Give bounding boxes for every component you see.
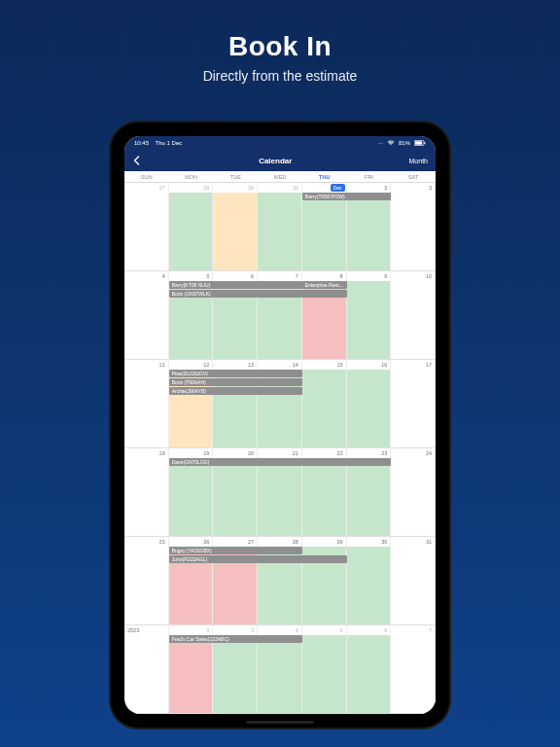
day-cell[interactable]: 25 <box>124 537 169 624</box>
day-background <box>347 370 391 447</box>
day-cell[interactable]: 15 <box>302 360 347 447</box>
date-number: 26 <box>203 539 209 545</box>
day-cell[interactable]: 5 <box>302 625 347 713</box>
weekday-cell: SUN <box>124 171 169 182</box>
statusbar-right: ··· 81% <box>378 140 426 147</box>
date-number: 14 <box>293 362 298 368</box>
day-background <box>347 547 391 624</box>
event-bar[interactable]: Pete(DU10UGV) <box>169 370 302 377</box>
day-cell[interactable]: 2023 <box>124 625 169 713</box>
device-frame: 10:45 Thu 1 Dec ··· 81% Calendar Mo <box>111 123 449 728</box>
day-cell[interactable]: 30 <box>347 537 392 624</box>
date-number: 15 <box>336 362 342 368</box>
date-number: 11 <box>159 362 165 368</box>
date-number: 13 <box>248 362 254 368</box>
date-number: 2 <box>384 185 387 191</box>
date-number: 8 <box>340 273 343 279</box>
day-background <box>347 281 391 359</box>
day-cell[interactable]: 4 <box>124 271 169 359</box>
day-cell[interactable]: 27 <box>124 183 169 270</box>
date-number: 4 <box>162 273 165 279</box>
hero-subtitle: Directly from the estimate <box>0 68 560 84</box>
day-background <box>124 193 168 270</box>
date-number: 7 <box>296 273 298 279</box>
navbar-title: Calendar <box>259 157 292 165</box>
svg-rect-1 <box>415 141 422 144</box>
date-number: 6 <box>251 273 254 279</box>
screen: 10:45 Thu 1 Dec ··· 81% Calendar Mo <box>124 136 436 714</box>
day-cell[interactable]: 31 <box>391 537 436 624</box>
date-number: 6 <box>384 627 387 633</box>
date-number: 21 <box>293 450 298 456</box>
weekday-cell: SAT <box>391 171 436 182</box>
back-button[interactable] <box>132 156 142 165</box>
event-bar[interactable]: Archie(J90AYB) <box>169 387 302 395</box>
calendar-body[interactable]: 27282930Dec23Barry(TN50 POW)45678910Barr… <box>124 183 436 714</box>
date-number: 31 <box>426 539 432 545</box>
day-background <box>258 193 301 270</box>
event-bar[interactable]: Dave(GN70LGG) <box>169 458 392 466</box>
weekday-header: SUNMONTUEWEDTHUFRISAT <box>124 171 436 183</box>
event-bar[interactable]: Bugsy (YA02GBX) <box>169 547 302 554</box>
day-cell[interactable]: 10 <box>391 271 436 359</box>
day-cell[interactable]: 18 <box>124 448 169 536</box>
date-number: 2 <box>206 627 209 633</box>
date-number: 30 <box>293 185 298 191</box>
year-label: 2023 <box>127 627 139 633</box>
ios-statusbar: 10:45 Thu 1 Dec ··· 81% <box>124 136 436 150</box>
date-number: 3 <box>429 185 432 191</box>
day-background <box>124 635 168 713</box>
wifi-icon <box>387 140 395 147</box>
weekday-cell: FRI <box>347 171 392 182</box>
event-bar[interactable]: Fred's Car Sales(123ABC) <box>169 635 302 643</box>
day-background <box>124 458 168 536</box>
day-cell[interactable]: 24 <box>391 448 436 536</box>
date-number: 5 <box>206 273 209 279</box>
date-number: 28 <box>203 185 209 191</box>
day-cell[interactable]: 11 <box>124 360 169 447</box>
day-background <box>258 458 301 536</box>
day-cell[interactable]: 3 <box>391 183 436 270</box>
weekday-cell: TUE <box>213 171 258 182</box>
day-background <box>213 458 257 536</box>
day-background <box>124 281 168 359</box>
day-cell[interactable]: 30 <box>258 183 302 270</box>
date-number: 5 <box>340 627 343 633</box>
date-number: 25 <box>159 539 165 545</box>
day-cell[interactable]: 9 <box>347 271 392 359</box>
day-background <box>169 458 213 536</box>
day-background <box>391 458 435 536</box>
weekday-cell: MON <box>169 171 214 182</box>
view-mode-button[interactable]: Month <box>409 158 428 164</box>
event-bar[interactable]: Enterprise Rent... <box>302 281 347 289</box>
day-background <box>124 547 168 624</box>
event-bar[interactable]: John(FD22AGL) <box>169 555 347 563</box>
day-cell[interactable]: 16 <box>347 360 392 447</box>
day-cell[interactable]: 28 <box>169 183 214 270</box>
date-number: 12 <box>203 362 209 368</box>
battery-icon <box>414 140 426 147</box>
statusbar-date: Thu 1 Dec <box>156 140 183 146</box>
day-background <box>347 458 391 536</box>
event-bar[interactable]: Barry(TN50 POW) <box>302 193 391 200</box>
date-number: 29 <box>248 185 254 191</box>
app-navbar: Calendar Month <box>124 150 436 171</box>
event-bar[interactable]: Boris (T90AAH) <box>169 378 302 386</box>
day-background <box>391 370 435 447</box>
day-background <box>258 635 301 713</box>
week-row: 25262728293031Bugsy (YA02GBX)John(FD22AG… <box>124 537 436 625</box>
day-cell[interactable]: 7 <box>391 625 436 713</box>
day-cell[interactable]: 6 <box>347 625 392 713</box>
event-bar[interactable]: Boris (GN57WLK) <box>169 290 347 298</box>
date-number: 3 <box>251 627 254 633</box>
day-cell[interactable]: 29 <box>213 183 258 270</box>
event-bar[interactable]: Barry(KT08 NUU) <box>169 281 302 289</box>
hero-title: Book In <box>0 31 560 62</box>
day-background <box>169 193 213 270</box>
day-background <box>302 193 346 270</box>
weekday-cell: THU <box>302 171 347 182</box>
day-cell[interactable]: 29 <box>302 537 347 624</box>
day-cell[interactable]: 17 <box>391 360 436 447</box>
date-number: 28 <box>293 539 298 545</box>
date-number: 9 <box>384 273 387 279</box>
